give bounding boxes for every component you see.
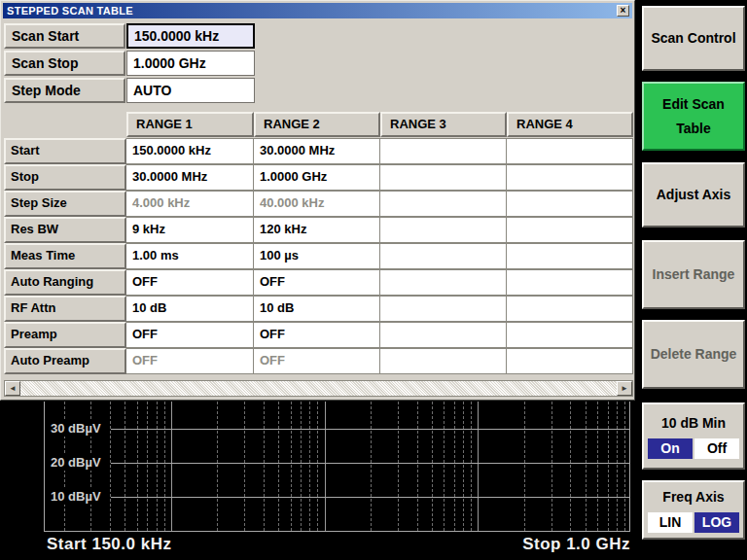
softkey-delete-range[interactable]: Delete Range (642, 320, 745, 389)
grid-vline (432, 402, 433, 531)
grid-vline (317, 402, 318, 531)
cell-meas-time-range-3[interactable] (380, 243, 507, 269)
grid-vline (171, 402, 172, 531)
grid-vline (570, 402, 571, 531)
grid-vline (624, 402, 625, 531)
column-header-range-3: RANGE 3 (380, 112, 507, 137)
cell-step-size-range-4[interactable] (507, 191, 633, 217)
softkey-10-db-min[interactable]: 10 dB MinOnOff (642, 402, 745, 470)
horizontal-scrollbar[interactable]: ◄ ► (4, 380, 633, 397)
grid-vline (110, 402, 111, 531)
row-label-auto-preamp: Auto Preamp (4, 348, 126, 374)
cell-step-size-range-2[interactable]: 40.000 kHz (254, 191, 380, 217)
cell-rf-attn-range-2[interactable]: 10 dB (254, 296, 380, 322)
softkey-label: Scan Control (644, 26, 743, 51)
column-header-range-4: RANGE 4 (507, 112, 633, 137)
cell-stop-range-1[interactable]: 30.0000 MHz (126, 164, 254, 191)
cell-auto-preamp-range-3[interactable] (380, 348, 507, 374)
cell-auto-ranging-range-2[interactable]: OFF (254, 269, 380, 296)
form-value-step-mode[interactable]: AUTO (126, 78, 255, 103)
scroll-right-icon[interactable]: ► (617, 381, 632, 396)
cell-preamp-range-2[interactable]: OFF (254, 322, 380, 348)
softkey-insert-range[interactable]: Insert Range (642, 240, 745, 309)
softkey-scan-control[interactable]: Scan Control (642, 6, 745, 71)
softkey-edit-scan-table[interactable]: Edit Scan Table (642, 82, 745, 151)
cell-meas-time-range-2[interactable]: 100 µs (254, 243, 380, 269)
row-label-res-bw: Res BW (4, 217, 126, 243)
grid-vline (597, 402, 598, 531)
cell-auto-preamp-range-2[interactable]: OFF (254, 348, 380, 374)
row-label-start: Start (4, 138, 126, 164)
toggle-option-off[interactable]: Off (694, 438, 739, 459)
cell-rf-attn-range-4[interactable] (507, 296, 633, 322)
form-label-scan-stop: Scan Stop (4, 51, 125, 76)
cell-start-range-1[interactable]: 150.0000 kHz (126, 138, 254, 164)
close-icon[interactable]: × (617, 5, 629, 17)
grid-vline (617, 402, 618, 531)
cell-res-bw-range-3[interactable] (380, 217, 507, 243)
grid-hline (111, 429, 629, 430)
cell-auto-preamp-range-1[interactable]: OFF (126, 348, 254, 374)
grid-vline (524, 402, 525, 531)
form-label-step-mode: Step Mode (4, 78, 125, 103)
cell-res-bw-range-2[interactable]: 120 kHz (254, 217, 380, 243)
cell-meas-time-range-4[interactable] (507, 243, 633, 269)
grid-vline (217, 402, 218, 531)
cell-preamp-range-1[interactable]: OFF (126, 322, 254, 348)
form-value-scan-stop[interactable]: 1.0000 GHz (126, 51, 255, 76)
cell-auto-preamp-range-4[interactable] (507, 348, 633, 374)
cell-start-range-4[interactable] (507, 138, 633, 164)
cell-res-bw-range-1[interactable]: 9 kHz (126, 217, 254, 243)
grid-vline (301, 402, 302, 531)
toggle-row: OnOff (648, 438, 739, 459)
form-value-scan-start[interactable]: 150.0000 kHz (126, 23, 255, 49)
toggle-option-on[interactable]: On (648, 438, 693, 459)
cell-preamp-range-4[interactable] (507, 322, 633, 348)
cell-preamp-range-3[interactable] (380, 322, 507, 348)
grid-vline (417, 402, 418, 531)
softkey-label: Freq Axis (644, 485, 743, 509)
grid-hline (111, 463, 629, 464)
range-table: RANGE 1RANGE 2RANGE 3RANGE 4Start150.000… (4, 112, 633, 374)
softkey-label: Insert Range (644, 262, 743, 287)
softkey-adjust-axis[interactable]: Adjust Axis (642, 162, 745, 228)
y-tick-label: 30 dBµV (51, 420, 104, 437)
cell-stop-range-2[interactable]: 1.0000 GHz (254, 164, 380, 191)
softkey-freq-axis[interactable]: Freq AxisLINLOG (642, 480, 745, 540)
grid-vline (137, 402, 138, 531)
cell-stop-range-4[interactable] (507, 164, 633, 191)
grid-vline (147, 402, 148, 531)
toggle-option-lin[interactable]: LIN (648, 512, 693, 533)
form-label-scan-start: Scan Start (4, 23, 125, 49)
softkey-label: Adjust Axis (644, 183, 743, 207)
grid-vline (586, 402, 587, 531)
toggle-option-log[interactable]: LOG (694, 512, 739, 533)
cell-start-range-2[interactable]: 30.0000 MHz (254, 138, 380, 164)
graph-stop-label: Stop 1.0 GHz (522, 535, 630, 554)
grid-vline (371, 402, 372, 531)
column-header-range-2: RANGE 2 (254, 112, 380, 137)
grid-vline (124, 402, 125, 531)
grid-vline (478, 402, 479, 531)
cell-stop-range-3[interactable] (380, 164, 507, 191)
cell-auto-ranging-range-1[interactable]: OFF (126, 269, 254, 296)
graph-start-label: Start 150.0 kHz (47, 535, 171, 554)
grid-vline (463, 402, 464, 531)
grid-vline (444, 402, 445, 531)
cell-meas-time-range-1[interactable]: 1.00 ms (126, 243, 254, 269)
grid-vline (454, 402, 455, 531)
grid-vline (164, 402, 165, 531)
cell-rf-attn-range-3[interactable] (380, 296, 507, 322)
cell-step-size-range-1[interactable]: 4.000 kHz (126, 191, 254, 217)
softkey-label: Edit Scan Table (644, 92, 743, 140)
grid-vline (398, 402, 399, 531)
cell-rf-attn-range-1[interactable]: 10 dB (126, 296, 254, 322)
cell-start-range-3[interactable] (380, 138, 507, 164)
scroll-left-icon[interactable]: ◄ (5, 381, 20, 396)
toggle-row: LINLOG (648, 512, 739, 533)
cell-auto-ranging-range-3[interactable] (380, 269, 507, 296)
cell-auto-ranging-range-4[interactable] (507, 269, 633, 296)
cell-res-bw-range-4[interactable] (507, 217, 633, 243)
cell-step-size-range-3[interactable] (380, 191, 507, 217)
dialog-titlebar[interactable]: STEPPED SCAN TABLE × (3, 3, 632, 18)
